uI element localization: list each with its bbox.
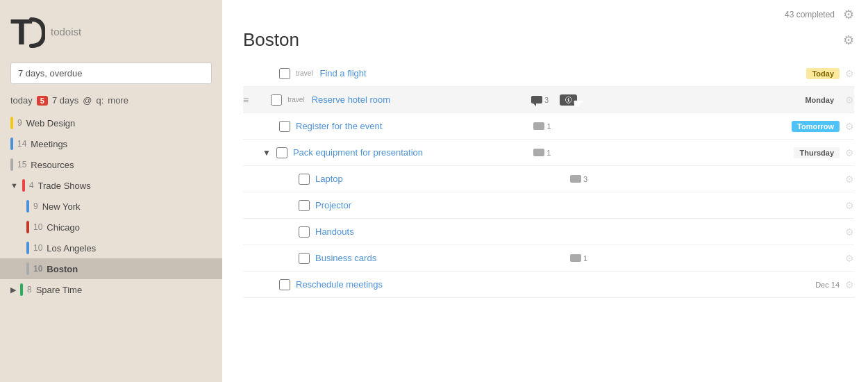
reschedule-meetings-label[interactable]: Reschedule meetings xyxy=(296,279,550,290)
reschedule-meetings-checkbox[interactable] xyxy=(279,279,290,290)
business-cards-label[interactable]: Business cards xyxy=(315,253,562,263)
register-event-label[interactable]: Register for the event xyxy=(296,121,525,131)
web-design-label: Web Design xyxy=(26,118,212,128)
boston-color xyxy=(26,263,29,275)
pack-equipment-label[interactable]: Pack equipment for presentation xyxy=(293,147,525,158)
task-row: ≡ travel Reserve hotel room 3 🛈 ☛ Monday… xyxy=(243,87,854,113)
more-label[interactable]: more xyxy=(108,95,128,106)
handouts-gear[interactable]: ⚙ xyxy=(845,226,854,238)
task-row: Business cards 1 ⚙ xyxy=(243,245,854,272)
main-gear-button[interactable]: ⚙ xyxy=(843,7,854,22)
laptop-gear[interactable]: ⚙ xyxy=(845,174,854,185)
pack-equipment-expand[interactable]: ▼ xyxy=(262,148,271,158)
chicago-label: Chicago xyxy=(47,222,212,233)
comment-icon xyxy=(533,122,544,130)
sidebar-item-spare-time[interactable]: ▶ 8 Spare Time xyxy=(0,279,222,300)
task-row: Projector ⚙ xyxy=(243,192,854,219)
find-flight-due[interactable]: Today xyxy=(806,68,840,79)
project-settings-button[interactable]: ⚙ xyxy=(843,33,854,48)
projector-gear[interactable]: ⚙ xyxy=(845,200,854,211)
laptop-checkbox[interactable] xyxy=(299,174,310,185)
laptop-label[interactable]: Laptop xyxy=(315,174,562,184)
register-event-comment: 1 xyxy=(533,122,551,131)
business-cards-comment: 1 xyxy=(570,254,587,263)
logo-icon: T xyxy=(10,14,45,49)
today-badge[interactable]: 5 xyxy=(37,96,48,106)
comment-icon xyxy=(531,96,542,103)
trade-shows-label: Trade Shows xyxy=(38,181,212,191)
projector-label[interactable]: Projector xyxy=(315,200,575,210)
new-york-number: 9 xyxy=(33,201,38,211)
reserve-hotel-due[interactable]: Monday xyxy=(799,94,840,106)
reserve-hotel-comment: 3 xyxy=(531,96,549,104)
trade-shows-arrow[interactable]: ▼ xyxy=(10,181,18,190)
boston-label: Boston xyxy=(47,264,212,274)
spare-time-label: Spare Time xyxy=(36,285,212,295)
cursor-hand-icon: ☛ xyxy=(573,96,584,111)
los-angeles-label: Los Angeles xyxy=(47,243,212,254)
task-list: travel Find a flight Today ⚙ ≡ travel Re… xyxy=(222,60,868,382)
sidebar-item-new-york[interactable]: 9 New York xyxy=(0,196,222,217)
sidebar-item-web-design[interactable]: 9 Web Design xyxy=(0,113,222,133)
spare-time-arrow[interactable]: ▶ xyxy=(10,285,16,294)
page-title-row: Boston ⚙ xyxy=(222,22,868,60)
laptop-comment-count: 3 xyxy=(583,175,587,183)
meetings-number: 14 xyxy=(17,139,26,149)
overdue-label: 7 days, overdue xyxy=(18,68,83,78)
handouts-label[interactable]: Handouts xyxy=(315,226,575,237)
meetings-label: Meetings xyxy=(31,139,212,149)
sidebar-header: T todoist xyxy=(0,7,222,63)
reserve-hotel-drag[interactable]: ≡ xyxy=(243,94,249,106)
los-angeles-number: 10 xyxy=(33,243,42,253)
pack-equipment-gear[interactable]: ⚙ xyxy=(845,147,854,158)
pack-equipment-due[interactable]: Thursday xyxy=(794,147,840,158)
comment-tail xyxy=(533,103,536,106)
pack-equipment-comment-count: 1 xyxy=(546,149,551,157)
task-row: Reschedule meetings Dec 14 ⚙ xyxy=(243,272,854,298)
comment-icon xyxy=(570,175,581,183)
task-row: ▼ Pack equipment for presentation 1 Thur… xyxy=(243,140,854,166)
reschedule-meetings-due: Dec 14 xyxy=(815,281,840,289)
reserve-hotel-label[interactable]: Reserve hotel room xyxy=(312,94,523,105)
reserve-hotel-checkbox[interactable] xyxy=(271,94,282,106)
comment-icon xyxy=(570,254,581,262)
find-flight-checkbox[interactable] xyxy=(279,68,290,79)
register-event-gear[interactable]: ⚙ xyxy=(845,121,854,132)
find-flight-tag: travel xyxy=(296,69,312,77)
handouts-checkbox[interactable] xyxy=(299,226,310,238)
find-flight-label[interactable]: Find a flight xyxy=(319,68,801,78)
sidebar-item-chicago[interactable]: 10 Chicago xyxy=(0,217,222,238)
today-label[interactable]: today xyxy=(10,95,33,106)
q-label[interactable]: q: xyxy=(96,95,103,106)
business-cards-checkbox[interactable] xyxy=(299,253,310,264)
sidebar-nav: 9 Web Design 14 Meetings 15 Resources ▼ … xyxy=(0,113,222,382)
reserve-hotel-comment-count: 3 xyxy=(544,96,549,104)
resources-number: 15 xyxy=(17,160,26,169)
sidebar-item-los-angeles[interactable]: 10 Los Angeles xyxy=(0,238,222,258)
hotel-tooltip: 🛈 ☛ xyxy=(560,94,577,106)
reschedule-meetings-gear[interactable]: ⚙ xyxy=(845,279,854,290)
business-cards-gear[interactable]: ⚙ xyxy=(845,253,854,264)
at-label[interactable]: @ xyxy=(83,95,92,106)
main-content: 43 completed ⚙ Boston ⚙ travel Find a fl… xyxy=(222,0,868,382)
overdue-box[interactable]: 7 days, overdue xyxy=(10,63,212,84)
boston-number: 10 xyxy=(33,264,42,274)
web-design-color xyxy=(10,117,13,129)
pack-equipment-checkbox[interactable] xyxy=(276,147,287,158)
sidebar: T todoist 7 days, overdue today 5 7 days… xyxy=(0,0,222,382)
register-event-due[interactable]: Tomorrow xyxy=(792,121,840,132)
find-flight-gear[interactable]: ⚙ xyxy=(845,68,854,79)
today-bar: today 5 7 days @ q: more xyxy=(0,92,222,113)
web-design-number: 9 xyxy=(17,118,22,128)
pack-equipment-comment: 1 xyxy=(533,149,551,157)
resources-color xyxy=(10,158,13,171)
reserve-hotel-gear[interactable]: ⚙ xyxy=(845,94,854,106)
sidebar-item-trade-shows[interactable]: ▼ 4 Trade Shows xyxy=(0,175,222,196)
sidebar-item-boston[interactable]: 10 Boston xyxy=(0,258,222,279)
spare-time-number: 8 xyxy=(27,285,32,294)
days-label[interactable]: 7 days xyxy=(52,95,78,106)
register-event-checkbox[interactable] xyxy=(279,121,290,132)
sidebar-item-meetings[interactable]: 14 Meetings xyxy=(0,133,222,154)
projector-checkbox[interactable] xyxy=(299,200,310,211)
sidebar-item-resources[interactable]: 15 Resources xyxy=(0,154,222,175)
